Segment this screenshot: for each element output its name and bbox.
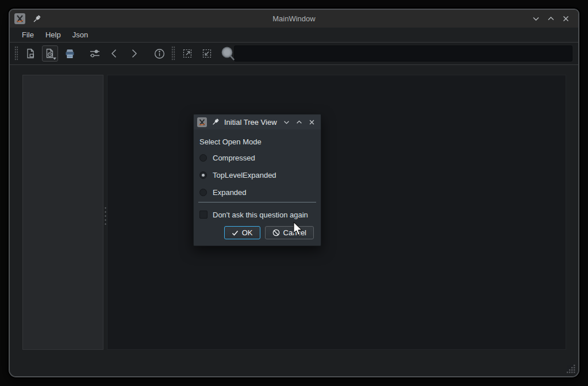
- chevron-right-icon: [128, 48, 140, 59]
- close-icon: [310, 120, 314, 124]
- cancel-button[interactable]: Cancel: [265, 226, 314, 239]
- radio-option-expanded[interactable]: Expanded: [199, 185, 247, 200]
- print-button[interactable]: [62, 45, 78, 62]
- dont-ask-checkbox[interactable]: [199, 211, 207, 219]
- dont-ask-row[interactable]: Don't ask this question again: [199, 209, 308, 220]
- radio-label: Compressed: [213, 154, 255, 162]
- pin-icon[interactable]: [212, 118, 220, 126]
- tree-panel[interactable]: [22, 75, 103, 350]
- go-previous-button[interactable]: [106, 45, 122, 62]
- minimize-button[interactable]: [532, 14, 540, 23]
- dialog-titlebar[interactable]: Initial Tree View: [194, 114, 321, 129]
- initial-tree-view-dialog: Initial Tree View Select Open Mode Compr…: [193, 114, 321, 246]
- radio-button[interactable]: [199, 189, 207, 196]
- desktop-background: MainWindow File Help Json: [0, 0, 588, 386]
- open-recent-button[interactable]: [42, 45, 58, 62]
- toolbar: [10, 42, 578, 65]
- go-next-button[interactable]: [126, 45, 142, 62]
- radio-label: Expanded: [213, 188, 247, 197]
- dialog-button-row: OK Cancel: [224, 226, 314, 239]
- resize-grip[interactable]: [567, 365, 575, 373]
- main-view[interactable]: [107, 75, 566, 350]
- maximize-button[interactable]: [547, 14, 555, 23]
- app-icon: [14, 13, 25, 24]
- print-icon: [64, 48, 76, 60]
- window-controls: [532, 14, 578, 23]
- sliders-icon: [89, 47, 101, 60]
- app-icon: [197, 117, 207, 127]
- dialog-minimize-button[interactable]: [283, 119, 290, 126]
- dialog-maximize-button[interactable]: [295, 119, 303, 126]
- radio-label: TopLevelExpanded: [213, 171, 276, 179]
- dialog-body: Select Open Mode Compressed TopLevelExpa…: [194, 129, 321, 246]
- chevron-down-icon: [285, 121, 289, 123]
- dialog-controls: [283, 119, 321, 126]
- search-input[interactable]: [234, 45, 572, 62]
- chevron-left-icon: [109, 48, 120, 59]
- radio-option-compressed[interactable]: Compressed: [199, 150, 255, 165]
- menu-help[interactable]: Help: [40, 29, 67, 40]
- pin-icon[interactable]: [32, 14, 41, 24]
- dont-ask-label: Don't ask this question again: [213, 211, 308, 219]
- titlebar[interactable]: MainWindow: [10, 10, 578, 28]
- dialog-close-button[interactable]: [308, 119, 316, 126]
- separator: [198, 202, 316, 202]
- window-title: MainWindow: [10, 14, 578, 23]
- info-icon: [153, 48, 166, 60]
- radio-option-toplevelexpanded[interactable]: TopLevelExpanded: [199, 167, 276, 182]
- expand-icon: [182, 48, 193, 59]
- info-button[interactable]: [151, 45, 167, 62]
- close-icon: [564, 17, 568, 21]
- ok-button[interactable]: OK: [224, 226, 260, 239]
- collapse-icon: [201, 48, 213, 59]
- close-button[interactable]: [562, 14, 570, 23]
- toolbar-drag-handle[interactable]: [14, 46, 18, 61]
- chevron-up-icon: [297, 121, 302, 123]
- expand-view-button[interactable]: [179, 45, 195, 62]
- menu-file[interactable]: File: [16, 29, 40, 40]
- collapse-view-button[interactable]: [199, 45, 215, 62]
- new-document-button[interactable]: [22, 45, 39, 62]
- new-document-icon: [25, 48, 36, 59]
- dropdown-arrow-icon: [53, 58, 56, 60]
- chevron-up-icon: [548, 17, 554, 20]
- cancel-icon: [272, 229, 280, 236]
- radio-button[interactable]: [199, 154, 207, 162]
- configure-button[interactable]: [87, 45, 103, 62]
- radio-button[interactable]: [199, 171, 207, 179]
- check-icon: [232, 230, 239, 236]
- toolbar-drag-handle[interactable]: [171, 46, 175, 61]
- dialog-title: Initial Tree View: [224, 118, 277, 127]
- menubar: File Help Json: [10, 28, 578, 42]
- search-icon: [220, 46, 236, 62]
- chevron-down-icon: [533, 18, 539, 21]
- menu-json[interactable]: Json: [67, 29, 94, 40]
- dialog-prompt: Select Open Mode: [199, 137, 262, 146]
